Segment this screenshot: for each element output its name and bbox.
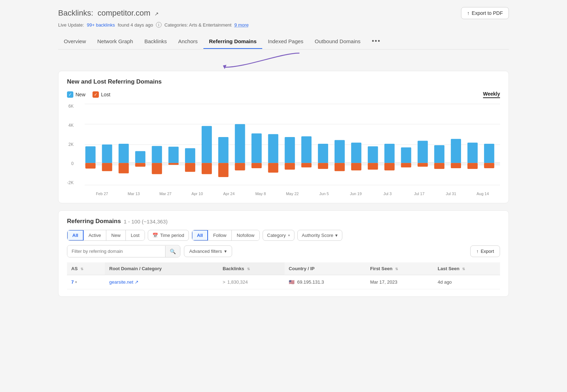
svg-rect-4 xyxy=(102,144,112,163)
x-label-mar27: Mar 27 xyxy=(150,192,181,196)
svg-rect-26 xyxy=(285,137,295,163)
tab-anchors[interactable]: Anchors xyxy=(173,34,203,49)
svg-rect-48 xyxy=(467,143,478,163)
svg-rect-20 xyxy=(235,124,245,163)
x-label-feb27: Feb 27 xyxy=(86,192,118,196)
y-label-0: 0 xyxy=(71,161,74,166)
backlinks-link[interactable]: 99+ backlinks xyxy=(87,22,115,28)
col-header-root-domain[interactable]: Root Domain / Category xyxy=(105,262,218,275)
svg-rect-6 xyxy=(119,144,129,163)
svg-rect-40 xyxy=(401,147,411,163)
col-header-as[interactable]: AS ⇅ xyxy=(67,262,105,275)
x-labels: Feb 27 Mar 13 Mar 27 Apr 10 Apr 24 May 8… xyxy=(85,192,500,196)
svg-rect-17 xyxy=(202,163,212,174)
svg-rect-43 xyxy=(417,163,428,166)
period-select[interactable]: Weekly xyxy=(483,91,500,98)
authority-score-label: Authority Score xyxy=(302,233,333,238)
search-button[interactable]: 🔍 xyxy=(165,246,180,257)
svg-rect-38 xyxy=(384,144,395,163)
expand-icon[interactable]: ▾ xyxy=(75,280,77,284)
tab-backlinks[interactable]: Backlinks xyxy=(139,34,172,49)
svg-rect-47 xyxy=(451,163,461,168)
col-header-backlinks[interactable]: Backlinks ⇅ xyxy=(218,262,285,275)
svg-rect-46 xyxy=(451,139,461,163)
table-count: 1 - 100 (~134,363) xyxy=(124,218,168,225)
svg-rect-10 xyxy=(152,146,162,163)
status-filter-all[interactable]: All xyxy=(67,230,84,240)
col-header-first-seen[interactable]: First Seen ⇅ xyxy=(366,262,434,275)
tab-network-graph[interactable]: Network Graph xyxy=(92,34,139,49)
x-label-apr10: Apr 10 xyxy=(181,192,213,196)
svg-rect-31 xyxy=(318,163,328,169)
info-icon[interactable]: i xyxy=(156,22,162,28)
chevron-down-icon-3: ▾ xyxy=(224,249,227,254)
svg-rect-42 xyxy=(417,141,428,163)
tab-more[interactable]: ••• xyxy=(366,33,386,49)
tab-overview[interactable]: Overview xyxy=(58,34,92,49)
export-pdf-button[interactable]: ↑ Export to PDF xyxy=(461,7,509,19)
svg-rect-21 xyxy=(235,163,245,170)
more-categories-link[interactable]: 9 more xyxy=(234,22,248,28)
x-label-jul17: Jul 17 xyxy=(403,192,435,196)
x-label-jun19: Jun 19 xyxy=(340,192,372,196)
legend-lost-checkbox[interactable]: ✓ xyxy=(92,91,99,98)
time-period-filter[interactable]: 📅 Time period xyxy=(148,230,189,241)
link-type-all[interactable]: All xyxy=(192,230,208,240)
table-section: Referring Domains 1 - 100 (~134,363) All… xyxy=(58,210,509,297)
page-title: Backlinks: competitor.com ↗ xyxy=(58,8,159,18)
time-period-label: Time period xyxy=(160,233,184,238)
svg-rect-37 xyxy=(368,163,378,170)
external-link-icon[interactable]: ↗ xyxy=(155,11,159,17)
upload-icon: ↑ xyxy=(467,10,470,16)
table-header-row: Referring Domains 1 - 100 (~134,363) xyxy=(67,218,500,225)
table-row: 7 ▾ gearsite.net ↗ > 1,830,324 xyxy=(67,275,500,289)
authority-score-filter[interactable]: Authority Score ▾ xyxy=(297,230,343,241)
domain-link[interactable]: gearsite.net ↗ xyxy=(109,279,214,285)
svg-rect-7 xyxy=(119,163,129,173)
legend-new-checkbox[interactable]: ✓ xyxy=(67,91,73,98)
page-header: Backlinks: competitor.com ↗ ↑ Export to … xyxy=(58,7,509,19)
legend-new-label: New xyxy=(75,92,85,97)
link-type-nofollow[interactable]: Nofollow xyxy=(232,230,259,240)
svg-rect-51 xyxy=(484,163,494,168)
export-table-button[interactable]: ↑ Export xyxy=(470,245,500,257)
status-filter-lost[interactable]: Lost xyxy=(126,230,145,240)
advanced-filters-button[interactable]: Advanced filters ▾ xyxy=(184,245,232,257)
svg-rect-41 xyxy=(401,163,411,167)
svg-rect-22 xyxy=(252,133,262,163)
link-type-filter-group: All Follow Nofollow xyxy=(192,230,260,241)
svg-rect-39 xyxy=(384,163,395,170)
export-table-label: Export xyxy=(481,249,494,254)
tab-referring-domains[interactable]: Referring Domains xyxy=(203,34,262,49)
search-input[interactable] xyxy=(67,245,165,257)
last-seen-ago: 4d ago xyxy=(438,279,452,285)
x-label-aug14: Aug 14 xyxy=(467,192,499,196)
legend-lost: ✓ Lost xyxy=(92,91,110,98)
category-filter[interactable]: Category ▾ xyxy=(263,230,294,241)
col-header-country-ip[interactable]: Country / IP xyxy=(285,262,366,275)
svg-rect-19 xyxy=(218,163,229,177)
backlinks-value: 1,830,324 xyxy=(227,279,248,285)
status-filter-active[interactable]: Active xyxy=(84,230,106,240)
status-filter-group: All Active New Lost xyxy=(67,230,145,241)
search-row: 🔍 Advanced filters ▾ ↑ Export xyxy=(67,245,500,257)
tab-outbound-domains[interactable]: Outbound Domains xyxy=(309,34,366,49)
status-filter-new[interactable]: New xyxy=(106,230,126,240)
x-label-jul3: Jul 3 xyxy=(372,192,404,196)
chart-title: New and Lost Referring Domains xyxy=(67,78,500,85)
x-label-mar13: Mar 13 xyxy=(118,192,150,196)
svg-rect-16 xyxy=(202,126,212,163)
tab-indexed-pages[interactable]: Indexed Pages xyxy=(262,34,309,49)
link-type-follow[interactable]: Follow xyxy=(208,230,232,240)
chevron-down-icon: ▾ xyxy=(288,233,290,237)
svg-rect-29 xyxy=(301,163,311,167)
svg-rect-2 xyxy=(85,146,96,163)
svg-rect-49 xyxy=(467,163,478,169)
ip-address: 69.195.131.3 xyxy=(297,279,324,285)
filter-row-1: All Active New Lost 📅 Time period All Fo… xyxy=(67,230,500,241)
chart-controls: ✓ New ✓ Lost Weekly xyxy=(67,91,500,98)
calendar-icon: 📅 xyxy=(152,233,158,238)
legend-new: ✓ New xyxy=(67,91,85,98)
col-header-last-seen[interactable]: Last Seen ⇅ xyxy=(433,262,500,275)
x-label-jun5: Jun 5 xyxy=(308,192,340,196)
